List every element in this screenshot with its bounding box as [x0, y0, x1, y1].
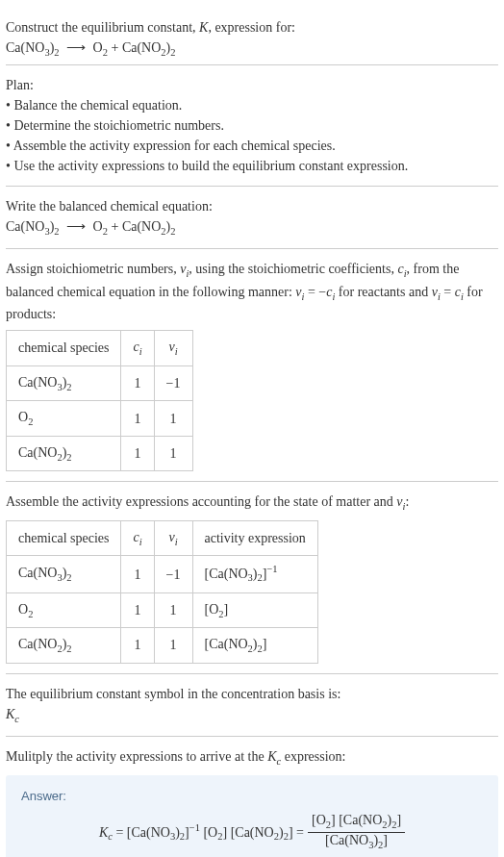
- arrow-icon: ⟶: [63, 40, 89, 55]
- ans-t1a: [Ca(NO: [127, 824, 170, 839]
- plan-item: Use the activity expressions to build th…: [6, 156, 498, 176]
- ans-lhs: Kc = [Ca(NO3)2]−1 [O2] [Ca(NO2)2] =: [99, 820, 304, 844]
- table-header-row: chemical species ci νi activity expressi…: [7, 520, 318, 556]
- stoich-t2: , using the stoichiometric coefficients,: [189, 262, 397, 276]
- ans-fraction: [O2] [Ca(NO2)2] [Ca(NO3)2]: [308, 813, 405, 851]
- plan-section: Plan: Balance the chemical equation. Det…: [6, 65, 498, 187]
- multiply-intro: Mulitply the activity expressions to arr…: [6, 746, 498, 769]
- act-exp: −1: [266, 564, 277, 574]
- prompt-text-1: Construct the equilibrium constant,: [6, 20, 199, 35]
- prompt-text-2: , expression for:: [208, 20, 295, 35]
- th-nu: νi: [154, 331, 192, 366]
- th-c: ci: [121, 331, 154, 366]
- sp-a: Ca(NO: [18, 445, 57, 460]
- reactant-1-sub2: 2: [54, 47, 59, 58]
- cell-nu: 1: [154, 628, 192, 664]
- stoich-section: Assign stoichiometric numbers, νi, using…: [6, 249, 498, 482]
- kc-c: c: [14, 714, 19, 724]
- sp-a: O: [18, 410, 28, 424]
- kc-symbol: Kc: [6, 704, 498, 727]
- product-1a: O: [93, 40, 103, 55]
- table-row: Ca(NO2)2 1 1: [7, 436, 193, 471]
- th-c-sub: i: [139, 346, 142, 357]
- cell-c: 1: [121, 436, 154, 471]
- num-b: ] [Ca(NO: [331, 813, 382, 827]
- num-a: [O: [312, 813, 326, 827]
- kc-intro-text: The equilibrium constant symbol in the c…: [6, 684, 498, 704]
- cell-nu: 1: [154, 592, 192, 628]
- den-a: [Ca(NO: [325, 833, 368, 847]
- answer-equation: Kc = [Ca(NO3)2]−1 [O2] [Ca(NO2)2] = [O2]…: [21, 813, 483, 851]
- stoich-t4: for reactants and: [335, 285, 431, 299]
- th-c: ci: [121, 520, 154, 556]
- cell-c: 1: [121, 556, 154, 592]
- plan-title: Plan:: [6, 75, 498, 95]
- cell-activity: [Ca(NO2)2]: [192, 628, 317, 664]
- th-nu: νi: [154, 520, 192, 556]
- th-nu-sub: i: [175, 346, 178, 357]
- th-c-sub: i: [139, 537, 142, 547]
- sp-a: Ca(NO: [18, 375, 57, 390]
- answer-label: Answer:: [21, 787, 483, 806]
- sp-s1: 2: [28, 416, 33, 427]
- bal-reactant-1-sub2: 2: [54, 225, 59, 236]
- bal-product-2-sub2: 2: [170, 225, 175, 236]
- stoich-t1: Assign stoichiometric numbers,: [6, 262, 180, 276]
- mul-t2: expression:: [281, 749, 345, 764]
- sp-s2: 2: [66, 643, 71, 654]
- kc-K: K: [6, 707, 14, 721]
- answer-box: Answer: Kc = [Ca(NO3)2]−1 [O2] [Ca(NO2)2…: [6, 775, 498, 857]
- table-row: Ca(NO2)2 1 1 [Ca(NO2)2]: [7, 628, 318, 664]
- bal-arrow-icon: ⟶: [63, 219, 89, 234]
- cell-c: 1: [121, 628, 154, 664]
- problem-header: Construct the equilibrium constant, K, e…: [6, 8, 498, 65]
- plan-list: Balance the chemical equation. Determine…: [6, 95, 498, 176]
- act-c: ]: [224, 602, 229, 617]
- cell-c: 1: [121, 592, 154, 628]
- sp-s2: 2: [66, 382, 71, 392]
- sp-a: Ca(NO: [18, 566, 57, 580]
- cell-nu: 1: [154, 401, 192, 437]
- mul-t1: Mulitply the activity expressions to arr…: [6, 749, 267, 764]
- reaction-equation: Ca(NO3)2 ⟶ O2 + Ca(NO2)2: [6, 38, 498, 61]
- balanced-equation: Ca(NO3)2 ⟶ O2 + Ca(NO2)2: [6, 216, 498, 239]
- th-species: chemical species: [7, 331, 121, 366]
- cell-nu: −1: [154, 365, 192, 401]
- bal-product-2a: Ca(NO: [122, 219, 161, 234]
- bal-product-1a: O: [93, 219, 103, 234]
- cell-nu: 1: [154, 436, 192, 471]
- cell-species: Ca(NO3)2: [7, 365, 121, 401]
- stoich-table: chemical species ci νi Ca(NO3)2 1 −1 O2 …: [6, 330, 193, 471]
- table-header-row: chemical species ci νi: [7, 331, 193, 366]
- cell-nu: −1: [154, 556, 192, 592]
- th-nu-sub: i: [175, 537, 178, 547]
- reactant-1a: Ca(NO: [6, 40, 44, 55]
- activity-intro: Assemble the activity expressions accoun…: [6, 492, 498, 515]
- table-row: Ca(NO3)2 1 −1: [7, 365, 193, 401]
- balanced-intro: Write the balanced chemical equation:: [6, 196, 498, 216]
- num-d: ]: [396, 813, 401, 827]
- mul-K: K: [267, 749, 276, 764]
- cell-species: Ca(NO2)2: [7, 436, 121, 471]
- cell-activity: [O2]: [192, 592, 317, 628]
- ans-K: K: [99, 824, 108, 839]
- problem-statement: Construct the equilibrium constant, K, e…: [6, 17, 498, 38]
- cell-c: 1: [121, 365, 154, 401]
- sp-a: Ca(NO: [18, 637, 57, 651]
- ans-t2a: [O: [200, 824, 217, 839]
- act-a: [O: [205, 602, 219, 617]
- product-2-sub2: 2: [170, 47, 175, 58]
- sp-s2: 2: [66, 452, 71, 463]
- ans-eq: =: [113, 824, 127, 839]
- sp-s2: 2: [66, 572, 71, 583]
- table-row: Ca(NO3)2 1 −1 [Ca(NO3)2]−1: [7, 556, 318, 592]
- ans-denominator: [Ca(NO3)2]: [321, 833, 391, 851]
- ans-exp1: −1: [189, 822, 200, 833]
- den-c: ]: [383, 833, 388, 847]
- ans-t3a: [Ca(NO: [231, 824, 274, 839]
- bal-reactant-1a: Ca(NO: [6, 219, 44, 234]
- cell-species: Ca(NO3)2: [7, 556, 121, 592]
- K-symbol: K: [199, 20, 208, 35]
- plus-sign: +: [108, 40, 122, 55]
- plan-item: Assemble the activity expression for eac…: [6, 136, 498, 156]
